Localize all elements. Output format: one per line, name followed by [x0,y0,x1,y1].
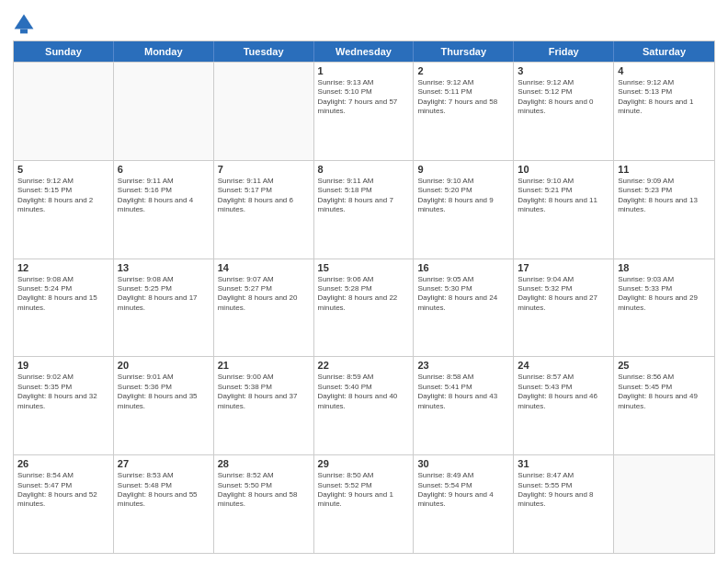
sunset-text: Sunset: 5:43 PM [518,383,609,392]
daylight-text: Daylight: 8 hours and 9 minutes. [417,196,509,215]
sunrise-text: Sunrise: 9:12 AM [417,78,509,87]
sunrise-text: Sunrise: 8:57 AM [518,373,609,382]
calendar-cell: 14Sunrise: 9:07 AMSunset: 5:27 PMDayligh… [214,259,314,357]
sunset-text: Sunset: 5:45 PM [618,383,711,392]
page: SundayMondayTuesdayWednesdayThursdayFrid… [0,0,728,563]
calendar-cell: 16Sunrise: 9:05 AMSunset: 5:30 PMDayligh… [414,259,514,357]
calendar-cell: 19Sunrise: 9:02 AMSunset: 5:35 PMDayligh… [14,357,114,454]
day-number: 30 [417,458,509,469]
calendar-cell: 27Sunrise: 8:53 AMSunset: 5:48 PMDayligh… [114,455,214,553]
daylight-text: Daylight: 8 hours and 32 minutes. [17,392,109,411]
day-number: 17 [518,262,609,273]
calendar-cell: 1Sunrise: 9:13 AMSunset: 5:10 PMDaylight… [314,63,415,160]
daylight-text: Daylight: 8 hours and 46 minutes. [518,392,609,411]
daylight-text: Daylight: 8 hours and 58 minutes. [218,490,310,510]
daylight-text: Daylight: 9 hours and 4 minutes. [417,490,509,510]
sunset-text: Sunset: 5:50 PM [218,481,310,490]
sunrise-text: Sunrise: 8:56 AM [618,373,711,382]
sunrise-text: Sunrise: 9:12 AM [618,78,711,87]
day-number: 1 [318,65,410,76]
calendar-cell: 28Sunrise: 8:52 AMSunset: 5:50 PMDayligh… [214,455,314,553]
daylight-text: Daylight: 8 hours and 7 minutes. [318,196,410,215]
sunrise-text: Sunrise: 9:00 AM [218,373,310,382]
calendar-week: 26Sunrise: 8:54 AMSunset: 5:47 PMDayligh… [14,454,714,553]
day-header: Thursday [414,41,514,62]
sunset-text: Sunset: 5:28 PM [318,284,410,293]
calendar-cell: 25Sunrise: 8:56 AMSunset: 5:45 PMDayligh… [614,357,714,454]
sunrise-text: Sunrise: 8:47 AM [518,471,609,480]
daylight-text: Daylight: 8 hours and 4 minutes. [118,196,210,215]
sunrise-text: Sunrise: 9:11 AM [118,177,210,186]
calendar-cell: 3Sunrise: 9:12 AMSunset: 5:12 PMDaylight… [514,63,614,160]
day-number: 5 [17,164,109,175]
calendar-body: 1Sunrise: 9:13 AMSunset: 5:10 PMDaylight… [14,62,714,553]
sunset-text: Sunset: 5:27 PM [218,284,310,293]
day-number: 24 [518,360,609,371]
day-header: Friday [514,41,614,62]
sunset-text: Sunset: 5:12 PM [518,87,609,97]
day-number: 20 [118,360,210,371]
day-header: Wednesday [314,41,415,62]
sunset-text: Sunset: 5:55 PM [518,481,609,490]
sunset-text: Sunset: 5:13 PM [618,87,711,97]
day-number: 29 [318,458,410,469]
daylight-text: Daylight: 8 hours and 2 minutes. [17,196,109,215]
sunset-text: Sunset: 5:36 PM [118,383,210,392]
sunrise-text: Sunrise: 9:03 AM [618,275,711,284]
sunrise-text: Sunrise: 8:59 AM [318,373,410,382]
calendar-week: 5Sunrise: 9:12 AMSunset: 5:15 PMDaylight… [14,160,714,259]
sunset-text: Sunset: 5:16 PM [118,186,210,195]
daylight-text: Daylight: 9 hours and 1 minute. [318,490,410,510]
daylight-text: Daylight: 8 hours and 13 minutes. [618,196,711,215]
calendar-cell [14,63,114,160]
sunset-text: Sunset: 5:35 PM [17,383,109,392]
daylight-text: Daylight: 8 hours and 29 minutes. [618,293,711,313]
sunrise-text: Sunrise: 8:53 AM [118,471,210,480]
sunset-text: Sunset: 5:17 PM [218,186,310,195]
daylight-text: Daylight: 8 hours and 11 minutes. [518,196,609,215]
daylight-text: Daylight: 8 hours and 17 minutes. [118,293,210,313]
sunset-text: Sunset: 5:38 PM [218,383,310,392]
sunrise-text: Sunrise: 9:11 AM [218,177,310,186]
sunrise-text: Sunrise: 9:12 AM [518,78,609,87]
sunset-text: Sunset: 5:11 PM [417,87,509,97]
calendar-cell: 17Sunrise: 9:04 AMSunset: 5:32 PMDayligh… [514,259,614,357]
sunrise-text: Sunrise: 8:49 AM [417,471,509,480]
sunrise-text: Sunrise: 8:58 AM [417,373,509,382]
sunset-text: Sunset: 5:23 PM [618,186,711,195]
day-number: 19 [17,360,109,371]
sunrise-text: Sunrise: 9:02 AM [17,373,109,382]
daylight-text: Daylight: 8 hours and 15 minutes. [17,293,109,313]
header [13,9,715,35]
day-number: 28 [218,458,310,469]
day-number: 4 [618,65,711,76]
daylight-text: Daylight: 7 hours and 58 minutes. [417,98,509,117]
day-number: 18 [618,262,711,273]
day-number: 3 [518,65,609,76]
day-header: Sunday [14,41,114,62]
day-number: 9 [417,164,509,175]
sunrise-text: Sunrise: 8:52 AM [218,471,310,480]
day-number: 8 [318,164,410,175]
svg-rect-1 [20,29,28,34]
sunset-text: Sunset: 5:20 PM [417,186,509,195]
daylight-text: Daylight: 8 hours and 55 minutes. [118,490,210,510]
daylight-text: Daylight: 8 hours and 37 minutes. [218,392,310,411]
sunset-text: Sunset: 5:48 PM [118,481,210,490]
calendar-week: 19Sunrise: 9:02 AMSunset: 5:35 PMDayligh… [14,356,714,454]
sunrise-text: Sunrise: 8:50 AM [318,471,410,480]
sunrise-text: Sunrise: 9:06 AM [318,275,410,284]
day-number: 11 [618,164,711,175]
day-header: Tuesday [214,41,314,62]
sunset-text: Sunset: 5:10 PM [318,87,410,97]
calendar-week: 1Sunrise: 9:13 AMSunset: 5:10 PMDaylight… [14,62,714,160]
calendar-cell: 9Sunrise: 9:10 AMSunset: 5:20 PMDaylight… [414,161,514,259]
calendar-cell: 10Sunrise: 9:10 AMSunset: 5:21 PMDayligh… [514,161,614,259]
sunrise-text: Sunrise: 9:01 AM [118,373,210,382]
calendar-cell [214,63,314,160]
sunset-text: Sunset: 5:25 PM [118,284,210,293]
daylight-text: Daylight: 9 hours and 8 minutes. [518,490,609,510]
daylight-text: Daylight: 8 hours and 6 minutes. [218,196,310,215]
sunrise-text: Sunrise: 9:08 AM [118,275,210,284]
day-number: 27 [118,458,210,469]
